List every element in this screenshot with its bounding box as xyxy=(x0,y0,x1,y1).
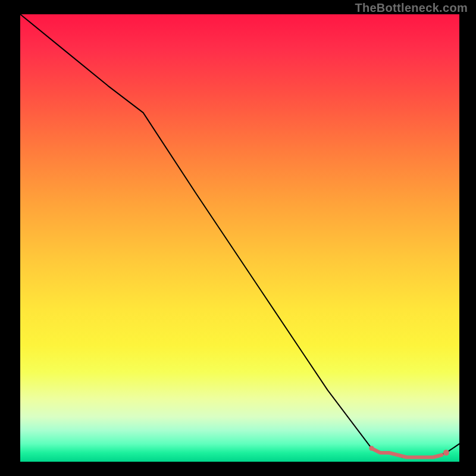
chart-frame: TheBottleneck.com xyxy=(0,0,476,476)
plot-background xyxy=(20,14,459,462)
watermark-text: TheBottleneck.com xyxy=(355,1,468,15)
